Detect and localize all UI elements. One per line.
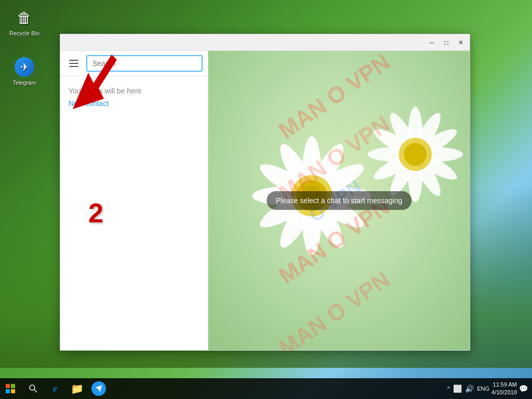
- windows-logo-icon: [6, 384, 15, 393]
- menu-line-1: [69, 60, 78, 61]
- recycle-bin-icon: 🗑: [14, 7, 35, 28]
- new-contact-link[interactable]: New contact: [69, 99, 109, 108]
- win-pane-3: [6, 389, 10, 393]
- volume-icon[interactable]: 🔊: [465, 384, 474, 393]
- telegram-desktop-icon: ✈: [14, 57, 35, 77]
- win-pane-4: [11, 389, 15, 393]
- telegram-window: ─ □ ✕ Your chats will be here: [60, 34, 470, 351]
- window-controls: ─ □ ✕: [425, 36, 468, 49]
- minimize-button[interactable]: ─: [425, 36, 438, 49]
- chat-sidebar: Your chats will be here New contact: [60, 51, 208, 350]
- edge-icon: e: [53, 383, 57, 394]
- taskbar-right: ^ ⬜ 🔊 ENG 11:59 AM 4/10/2018 💬: [443, 378, 532, 399]
- taskbar-edge[interactable]: e: [45, 378, 65, 399]
- select-chat-message: Please select a chat to start messaging: [267, 191, 412, 210]
- close-button[interactable]: ✕: [454, 36, 468, 49]
- recycle-bin-label: Recycle Bin: [9, 30, 39, 37]
- taskbar: e 📁 ^ ⬜ 🔊 ENG 11:59 AM: [0, 378, 532, 399]
- network-icon: ⬜: [453, 384, 462, 393]
- taskbar-clock[interactable]: 11:59 AM 4/10/2018: [491, 381, 517, 397]
- app-content: Your chats will be here New contact: [60, 51, 470, 350]
- menu-button[interactable]: [65, 55, 82, 72]
- maximize-button[interactable]: □: [440, 36, 453, 49]
- title-bar: ─ □ ✕: [60, 34, 470, 51]
- win-pane-2: [11, 384, 15, 388]
- svg-point-29: [404, 143, 427, 166]
- sidebar-header: [60, 51, 208, 76]
- menu-line-3: [69, 66, 78, 67]
- taskbar-search[interactable]: [23, 378, 44, 399]
- search-input[interactable]: [86, 55, 203, 72]
- desktop-icon-telegram[interactable]: ✈ Telegram: [6, 55, 43, 88]
- chat-area: MAN O VPN MAN O VPN MAN O VPN MAN O VPN …: [208, 51, 470, 350]
- search-taskbar-icon: [29, 384, 38, 393]
- taskbar-telegram[interactable]: [88, 378, 109, 399]
- chevron-up-icon[interactable]: ^: [447, 385, 450, 392]
- taskbar-date-value: 4/10/2018: [491, 389, 517, 396]
- notification-bell-icon[interactable]: 💬: [519, 384, 528, 393]
- svg-point-36: [30, 385, 35, 390]
- start-button[interactable]: [0, 378, 21, 399]
- chat-list-empty: Your chats will be here New contact: [60, 76, 208, 118]
- menu-line-2: [69, 63, 78, 64]
- desktop: 🗑 Recycle Bin ✈ Telegram ─ □ ✕: [0, 0, 532, 399]
- lang-label: ENG: [477, 385, 489, 392]
- win-pane-1: [6, 384, 10, 388]
- taskbar-explorer[interactable]: 📁: [66, 378, 87, 399]
- taskbar-apps: e 📁: [21, 378, 111, 399]
- svg-line-37: [34, 390, 37, 392]
- telegram-taskbar-icon: [91, 381, 106, 396]
- folder-icon: 📁: [71, 382, 84, 395]
- chat-background: MAN O VPN MAN O VPN MAN O VPN MAN O VPN …: [208, 51, 470, 350]
- desktop-icon-recycle-bin[interactable]: 🗑 Recycle Bin: [6, 5, 43, 39]
- telegram-desktop-label: Telegram: [12, 79, 36, 86]
- notification-area: ^ ⬜ 🔊 ENG: [447, 384, 489, 393]
- empty-chats-text: Your chats will be here: [69, 87, 141, 95]
- taskbar-time-value: 11:59 AM: [491, 381, 517, 389]
